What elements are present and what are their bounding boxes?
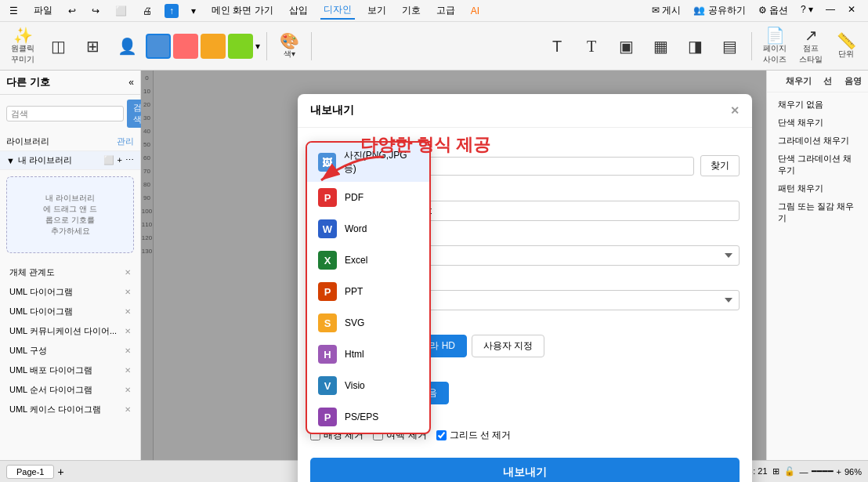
menu-home[interactable]: 메인 화면 가기 <box>208 2 277 19</box>
close-icon-0[interactable]: ✕ <box>125 268 131 277</box>
page-size-btn[interactable]: 📄 페이지 사이즈 <box>758 24 791 68</box>
close-icon-7[interactable]: ✕ <box>125 405 131 414</box>
format-item-6[interactable]: H Html <box>307 339 429 370</box>
text-style-btn[interactable]: T <box>541 35 573 57</box>
style-btn3[interactable]: 👤 <box>111 35 143 57</box>
shape-btn4[interactable]: ▤ <box>714 35 745 57</box>
menu-hamburger[interactable]: ☰ <box>6 4 21 18</box>
shape-btn3[interactable]: ◨ <box>679 35 711 57</box>
help-btn[interactable]: ? ▾ <box>797 2 816 19</box>
zoom-in-btn[interactable]: + <box>837 467 841 477</box>
share-btn[interactable]: ↑ <box>165 4 179 18</box>
shape-btn2[interactable]: ▦ <box>645 35 676 57</box>
add-page-btn[interactable]: + <box>57 466 63 478</box>
format-item-7[interactable]: V Visio <box>307 370 429 401</box>
sidebar-item-0[interactable]: 개체 관계도 ✕ <box>0 263 140 282</box>
close-btn[interactable]: ✕ <box>844 2 859 19</box>
my-library-row: ▼ 내 라이브러리 ⬜ + ⋯ <box>0 151 140 170</box>
main-area: 다른 기호 « 검색 라이브러리 관리 ▼ 내 라이브러리 ⬜ + ⋯ 내 라이… <box>0 71 868 460</box>
search-input[interactable] <box>6 106 124 121</box>
format-icon-2: W <box>318 219 337 238</box>
menu-file[interactable]: 파일 <box>31 2 56 19</box>
right-panel-line[interactable]: 선 <box>823 75 832 87</box>
find-btn[interactable]: 찾기 <box>700 155 740 176</box>
send-btn[interactable]: ✉ 게시 <box>649 2 684 19</box>
color-swatch-4[interactable] <box>228 34 253 59</box>
menu-view[interactable]: 보기 <box>364 2 389 19</box>
page1-tab[interactable]: Page-1 <box>6 465 54 479</box>
menu-insert[interactable]: 삽입 <box>286 2 311 19</box>
collab-btn[interactable]: 👥 공유하기 <box>690 2 748 19</box>
close-icon-1[interactable]: ✕ <box>125 288 131 296</box>
fill-option-2[interactable]: 그라데이션 채우기 <box>773 132 862 150</box>
zoom-slider[interactable]: ━━━━ <box>812 466 834 477</box>
menu-advanced[interactable]: 고급 <box>433 2 458 19</box>
color-swatch-2[interactable] <box>173 34 198 59</box>
menu-symbol[interactable]: 기호 <box>399 2 424 19</box>
zoom-out-btn[interactable]: — <box>800 467 808 477</box>
sidebar-search-area: 검색 <box>0 95 140 132</box>
my-lib-add-btn[interactable]: + <box>118 155 122 165</box>
format-item-8[interactable]: P PS/EPS <box>307 401 429 433</box>
save-btn[interactable]: ⬜ <box>112 4 130 18</box>
jump-style-btn[interactable]: ↗ 점프 스타일 <box>794 24 827 68</box>
export-close-btn[interactable]: ✕ <box>730 104 740 117</box>
grid-remove-checkbox[interactable] <box>436 430 447 440</box>
color-swatch-1[interactable] <box>146 34 171 59</box>
expand-colors[interactable]: ▾ <box>255 41 260 52</box>
menu-ai[interactable]: AI <box>468 4 483 18</box>
undo-btn[interactable]: ↩ <box>65 4 79 18</box>
right-panel-fill[interactable]: 채우기 <box>786 75 812 87</box>
close-icon-3[interactable]: ✕ <box>125 327 131 335</box>
close-icon-6[interactable]: ✕ <box>125 386 131 394</box>
redo-btn[interactable]: ↪ <box>89 4 103 18</box>
my-lib-more-btn[interactable]: ⋯ <box>125 155 134 165</box>
manage-button[interactable]: 관리 <box>117 136 134 147</box>
sidebar-item-2[interactable]: UML 다이어그램 ✕ <box>0 302 140 321</box>
close-icon-4[interactable]: ✕ <box>125 346 131 355</box>
options-btn[interactable]: ⚙ 옵션 <box>755 2 791 19</box>
right-panel-sound[interactable]: 음영 <box>844 75 862 87</box>
style-btn2[interactable]: ⊞ <box>77 35 108 57</box>
menu-design[interactable]: 디자인 <box>320 2 355 20</box>
grid-remove-label[interactable]: 그리드 선 제거 <box>436 429 512 442</box>
shape-btn1[interactable]: ▣ <box>610 35 642 57</box>
text-style-btn2[interactable]: T <box>576 35 607 57</box>
quality-custom-btn[interactable]: 사용자 지정 <box>472 335 544 357</box>
minimize-btn[interactable]: — <box>823 2 838 19</box>
lock-btn[interactable]: 🔓 <box>784 466 795 477</box>
color-swatch-3[interactable] <box>201 34 226 59</box>
export-button[interactable]: 내보내기 <box>310 458 740 482</box>
fill-option-5[interactable]: 그림 또는 질감 채우기 <box>773 198 862 227</box>
fill-option-1[interactable]: 단색 채우기 <box>773 114 862 132</box>
library-row: 라이브러리 관리 <box>0 132 140 151</box>
print-btn[interactable]: 🖨 <box>139 4 155 18</box>
canvas-area[interactable]: START A= ?, B= Multiplicand Q= Multiplie… <box>141 71 766 460</box>
sidebar-item-3[interactable]: UML 커뮤니케이션 다이어... ✕ <box>0 321 140 341</box>
sidebar-item-5[interactable]: UML 배포 다이어그램 ✕ <box>0 361 140 380</box>
fill-option-0[interactable]: 채우기 없음 <box>773 96 862 114</box>
close-icon-2[interactable]: ✕ <box>125 307 131 316</box>
sidebar-collapse-btn[interactable]: « <box>128 77 134 88</box>
color-btn[interactable]: 🎨 색▾ <box>273 30 305 63</box>
toolbar-separator-2 <box>311 32 312 60</box>
sidebar-item-1[interactable]: UML 다이어그램 ✕ <box>0 282 140 302</box>
sidebar-item-7[interactable]: UML 케이스 다이어그램 ✕ <box>0 400 140 419</box>
fill-option-4[interactable]: 패턴 채우기 <box>773 179 862 198</box>
unit-btn[interactable]: 📏 단위 <box>830 30 862 63</box>
format-item-5[interactable]: S SVG <box>307 307 429 339</box>
format-item-3[interactable]: X Excel <box>307 245 429 276</box>
my-lib-new-btn[interactable]: ⬜ <box>103 155 114 165</box>
format-item-4[interactable]: P PPT <box>307 276 429 307</box>
close-icon-5[interactable]: ✕ <box>125 366 131 375</box>
format-item-2[interactable]: W Word <box>307 213 429 245</box>
top-right-actions: ✉ 게시 👥 공유하기 ⚙ 옵션 ? ▾ — ✕ <box>646 1 862 20</box>
sidebar-item-6[interactable]: UML 순서 다이어그램 ✕ <box>0 380 140 400</box>
fill-option-3[interactable]: 단색 그라데이션 채우기 <box>773 150 862 179</box>
one-click-style-btn[interactable]: ✨ 원클릭 꾸미기 <box>6 24 39 68</box>
sidebar-item-4[interactable]: UML 구성 ✕ <box>0 341 140 361</box>
style-btn1[interactable]: ◫ <box>42 35 74 57</box>
format-item-1[interactable]: P PDF <box>307 182 429 213</box>
format-icon-8: P <box>318 408 337 426</box>
format-item-0[interactable]: 🖼 사진(PNG,JPG 등) <box>307 143 429 182</box>
